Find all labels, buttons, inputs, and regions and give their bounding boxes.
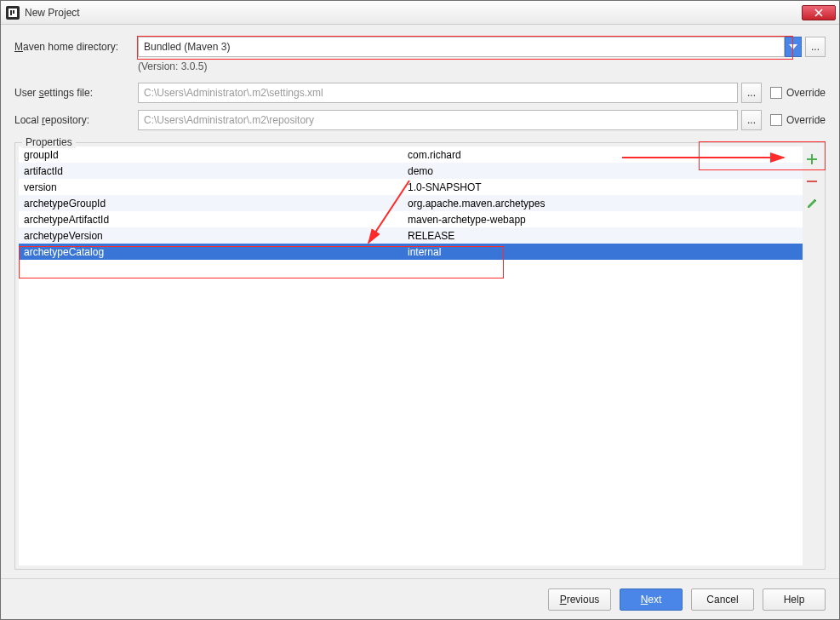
override-label: Override: [786, 114, 826, 126]
previous-button[interactable]: Previous: [548, 588, 611, 611]
app-icon: [6, 6, 20, 20]
local-repo-label: Local repository:: [14, 114, 138, 126]
maven-home-value[interactable]: Bundled (Maven 3): [138, 37, 785, 57]
window-close-button[interactable]: [802, 5, 836, 20]
user-settings-field[interactable]: C:\Users\Administrator\.m2\settings.xml: [138, 83, 738, 103]
property-value: demo: [406, 165, 803, 177]
edit-button[interactable]: [804, 196, 820, 211]
dropdown-arrow-icon[interactable]: [785, 37, 802, 57]
new-project-dialog: New Project Maven home directory: Bundle…: [0, 0, 840, 620]
table-row[interactable]: archetypeCataloginternal: [19, 244, 803, 260]
property-key: version: [19, 181, 406, 193]
next-button[interactable]: Next: [620, 588, 683, 611]
local-repo-browse-button[interactable]: ...: [741, 110, 762, 130]
local-repo-field[interactable]: C:\Users\Administrator\.m2\repository: [138, 110, 738, 130]
help-button[interactable]: Help: [763, 588, 826, 611]
user-settings-override[interactable]: Override: [770, 87, 826, 99]
property-key: archetypeGroupId: [19, 198, 406, 210]
local-repo-override[interactable]: Override: [770, 114, 826, 126]
properties-title: Properties: [22, 136, 76, 148]
window-title: New Project: [25, 7, 802, 19]
property-value: 1.0-SNAPSHOT: [406, 181, 803, 193]
table-row[interactable]: archetypeGroupIdorg.apache.maven.archety…: [19, 195, 803, 211]
titlebar: New Project: [1, 1, 839, 25]
maven-home-label: Maven home directory:: [14, 41, 138, 53]
dialog-content: Maven home directory: Bundled (Maven 3) …: [1, 25, 839, 578]
properties-group: Properties groupIdcom.richardartifactIdd…: [14, 142, 826, 570]
property-key: archetypeVersion: [19, 230, 406, 242]
property-key: groupId: [19, 149, 406, 161]
svg-rect-2: [13, 10, 14, 14]
maven-version-note: (Version: 3.0.5): [138, 60, 826, 72]
property-value: maven-archetype-webapp: [406, 214, 803, 226]
property-value: internal: [406, 246, 803, 258]
maven-home-combo[interactable]: Bundled (Maven 3): [138, 37, 802, 57]
property-key: archetypeCatalog: [19, 246, 406, 258]
svg-rect-1: [10, 10, 12, 15]
properties-toolbar: [803, 146, 821, 565]
checkbox-icon[interactable]: [770, 87, 782, 99]
user-settings-label: User settings file:: [14, 87, 138, 99]
property-key: artifactId: [19, 165, 406, 177]
user-settings-row: User settings file: C:\Users\Administrat…: [14, 83, 826, 103]
property-key: archetypeArtifactId: [19, 214, 406, 226]
dialog-footer: Previous Next Cancel Help: [1, 578, 839, 619]
cancel-button[interactable]: Cancel: [691, 588, 754, 611]
remove-button[interactable]: [804, 174, 820, 189]
table-row[interactable]: version1.0-SNAPSHOT: [19, 179, 803, 195]
table-row[interactable]: artifactIddemo: [19, 163, 803, 179]
override-label: Override: [786, 87, 826, 99]
maven-home-row: Maven home directory: Bundled (Maven 3) …: [14, 37, 826, 57]
property-value: com.richard: [406, 149, 803, 161]
table-row[interactable]: groupIdcom.richard: [19, 146, 803, 163]
add-button[interactable]: [804, 152, 820, 167]
table-row[interactable]: archetypeArtifactIdmaven-archetype-webap…: [19, 211, 803, 227]
table-row[interactable]: archetypeVersionRELEASE: [19, 227, 803, 244]
maven-home-browse-button[interactable]: ...: [805, 37, 826, 57]
property-value: RELEASE: [406, 230, 803, 242]
local-repo-row: Local repository: C:\Users\Administrator…: [14, 110, 826, 130]
user-settings-browse-button[interactable]: ...: [741, 83, 762, 103]
properties-table[interactable]: groupIdcom.richardartifactIddemoversion1…: [19, 146, 803, 565]
property-value: org.apache.maven.archetypes: [406, 198, 803, 210]
checkbox-icon[interactable]: [770, 114, 782, 126]
